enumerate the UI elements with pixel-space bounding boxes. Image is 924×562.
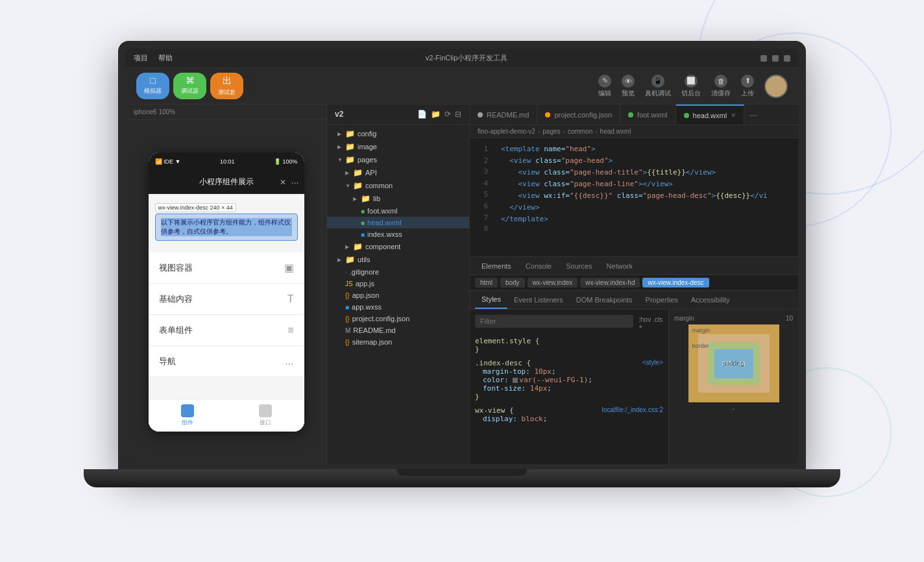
simulator-info-bar: iphone6 100%	[126, 104, 326, 120]
list-item-label: 视图容器	[159, 262, 193, 274]
css-prop-font-size: font-size: 14px;	[475, 384, 663, 393]
tree-item-project-config[interactable]: ▶ {} project.config.json	[327, 313, 469, 324]
tree-item-readme[interactable]: ▶ M README.md	[327, 324, 469, 336]
tree-item-foot-wxml[interactable]: ▶ ■ foot.wxml	[327, 205, 469, 217]
tree-item-lib[interactable]: ▶ 📁 lib	[327, 192, 469, 205]
tree-item-name: app.js	[356, 280, 374, 287]
debug-mode-button[interactable]: ⌘ 调试器	[173, 73, 206, 99]
tab-head-wxml[interactable]: head.wxml ✕	[676, 104, 745, 125]
tab-close-icon[interactable]: ✕	[731, 112, 736, 119]
debugger-tab-console[interactable]: Console	[519, 257, 558, 275]
tree-item-index-wxss[interactable]: ▶ ■ index.wxss	[327, 228, 469, 240]
tab-foot-wxml[interactable]: foot.wxml	[620, 104, 675, 125]
css-rule-close: }	[475, 345, 663, 354]
tab-interface[interactable]: 接口	[259, 404, 272, 427]
device-icon: 📱	[651, 75, 664, 88]
code-line-1: <template name="head">	[501, 143, 790, 155]
tab-project-config[interactable]: project.config.json	[537, 104, 620, 125]
tree-item-component[interactable]: ▶ 📁 component	[327, 240, 469, 253]
css-rule-index-desc: .index-desc { <style> margin-top: 10px; …	[475, 359, 663, 401]
test-icon: 出	[223, 75, 232, 87]
tree-item-head-wxml[interactable]: ▶ ■ head.wxml	[327, 217, 469, 228]
debugger-tab-network[interactable]: Network	[600, 257, 639, 275]
code-content[interactable]: <template name="head"> <view class="page…	[493, 138, 798, 256]
debugger-tab-sources[interactable]: Sources	[559, 257, 598, 275]
maximize-button[interactable]	[772, 55, 779, 62]
dom-tag-wx-view-index-hd[interactable]: wx-view.index-hd	[580, 278, 640, 287]
tree-item-api[interactable]: ▶ 📁 API	[327, 166, 469, 179]
test-mode-button[interactable]: 出 测试套	[210, 73, 243, 99]
phone-status-bar: 📶 IDE ▼ 10:01 🔋 100%	[149, 153, 304, 171]
action-upload[interactable]: ⬆ 上传	[741, 75, 754, 98]
action-backend[interactable]: ⬜ 切后台	[681, 75, 701, 98]
dom-tag-wx-view-index-desc[interactable]: wx-view.index-desc	[642, 278, 709, 287]
css-source-link[interactable]: localfile:/_index.css:2	[602, 406, 664, 415]
code-editor[interactable]: 1 2 3 4 5 6 7 8 <template name="head"> <…	[470, 138, 798, 256]
project-config-tab-dot	[545, 112, 550, 117]
folder-icon: 📁	[361, 194, 371, 203]
arrow-icon: ▶	[345, 244, 350, 250]
css-rule-header: wx-view { localfile:/_index.css:2	[475, 406, 663, 415]
tab-components[interactable]: 组件	[181, 404, 194, 427]
phone-nav-dots[interactable]: ···	[291, 177, 299, 188]
debugger-content: html body wx-view.index wx-view.index-hd…	[470, 275, 798, 464]
phone-nav-close[interactable]: ✕	[280, 178, 286, 187]
tree-item-name: .gitignore	[350, 268, 379, 276]
dom-tag-body[interactable]: body	[500, 278, 525, 287]
code-line-7: </template>	[501, 214, 790, 225]
tree-item-gitignore[interactable]: ▶ · .gitignore	[327, 266, 469, 278]
app-toolbar: □ 模拟器 ⌘ 调试器 出 测试套 ✎ 编辑	[126, 68, 798, 104]
action-cache[interactable]: 🗑 清缓存	[711, 75, 731, 98]
action-edit[interactable]: ✎ 编辑	[598, 75, 611, 98]
tab-readme[interactable]: README.md	[470, 104, 537, 125]
styles-filter-input[interactable]	[475, 315, 633, 328]
tree-item-sitemap[interactable]: ▶ {} sitemap.json	[327, 336, 469, 348]
css-source[interactable]: <style>	[642, 359, 663, 367]
dom-breakpoints-tab[interactable]: DOM Breakpoints	[570, 291, 639, 309]
user-avatar[interactable]	[764, 75, 788, 98]
css-prop-color: color: var(--weui-FG-1);	[475, 376, 663, 384]
more-tabs-icon[interactable]: ···	[744, 110, 762, 120]
tree-item-utils[interactable]: ▶ 📁 utils	[327, 253, 469, 266]
menu-item-help[interactable]: 帮助	[158, 53, 173, 63]
list-item[interactable]: 表单组件 ≡	[149, 315, 304, 346]
refresh-icon[interactable]: ⟳	[444, 110, 451, 119]
action-device[interactable]: 📱 真机调试	[645, 75, 671, 98]
preview-icon: 👁	[622, 75, 635, 88]
device-name: iphone6	[134, 108, 157, 116]
list-item[interactable]: 视图容器 ▣	[149, 252, 304, 284]
accessibility-tab[interactable]: Accessibility	[685, 291, 736, 309]
list-item[interactable]: 导航 ...	[149, 347, 304, 377]
event-listeners-tab[interactable]: Event Listeners	[507, 291, 570, 309]
padding-label: padding	[723, 360, 744, 367]
debugger-tab-elements[interactable]: Elements	[475, 257, 518, 275]
tree-item-name: project.config.json	[352, 315, 410, 323]
tree-item-image[interactable]: ▶ 📁 image	[327, 140, 469, 153]
tree-item-app-json[interactable]: ▶ {} app.json	[327, 289, 469, 301]
debugger-tabs: Elements Console Sources Network	[470, 257, 798, 275]
collapse-icon[interactable]: ⊟	[455, 110, 461, 119]
tree-item-config[interactable]: ▶ 📁 config	[327, 127, 469, 140]
backend-label: 切后台	[681, 89, 701, 98]
tree-item-common[interactable]: ▼ 📁 common	[327, 179, 469, 192]
debug-icon: ⌘	[186, 75, 195, 86]
new-folder-icon[interactable]: 📁	[431, 110, 441, 119]
tree-item-name: app.wxss	[352, 303, 382, 311]
dom-tag-html[interactable]: html	[475, 278, 498, 287]
menu-item-project[interactable]: 项目	[134, 53, 148, 63]
tree-item-pages[interactable]: ▼ 📁 pages	[327, 153, 469, 166]
action-preview[interactable]: 👁 预览	[622, 75, 635, 98]
tree-item-app-wxss[interactable]: ▶ ■ app.wxss	[327, 301, 469, 313]
properties-tab[interactable]: Properties	[639, 291, 685, 309]
minimize-button[interactable]	[760, 55, 767, 62]
new-file-icon[interactable]: 📄	[417, 110, 427, 119]
list-item[interactable]: 基础内容 T	[149, 284, 304, 315]
simulate-mode-button[interactable]: □ 模拟器	[136, 73, 169, 99]
box-model-visual: margin border padding 240 × 44	[688, 324, 779, 402]
close-button[interactable]	[784, 55, 790, 62]
styles-tab[interactable]: Styles	[475, 291, 507, 309]
arrow-icon: ▶	[345, 170, 350, 176]
tree-item-name: app.json	[352, 291, 380, 299]
dom-tag-wx-view-index[interactable]: wx-view.index	[528, 278, 578, 287]
tree-item-app-js[interactable]: ▶ JS app.js	[327, 278, 469, 289]
